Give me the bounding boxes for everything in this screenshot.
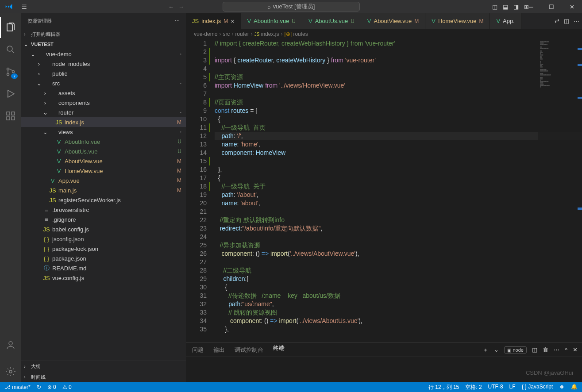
search-activity-icon[interactable]	[0, 39, 21, 60]
sidebar-more-icon[interactable]: ⋯	[175, 18, 180, 24]
tree-item[interactable]: ⌄views●	[21, 127, 186, 137]
breadcrumb-item[interactable]: [⊕] routes	[284, 31, 308, 37]
eol[interactable]: LF	[509, 384, 516, 391]
run-debug-icon[interactable]	[0, 83, 21, 104]
tree-item[interactable]: VHomeView.vueM	[21, 166, 186, 176]
problems-warnings[interactable]: ⚠ 0	[62, 384, 72, 390]
code-editor[interactable]: 1234567891011121314151617181920212223242…	[186, 39, 582, 342]
breadcrumb-item[interactable]: JS index.js	[254, 31, 279, 37]
terminal-profile[interactable]: ▣ node	[504, 346, 527, 354]
split-terminal-icon[interactable]: ◫	[532, 346, 537, 353]
new-terminal-icon[interactable]: ＋	[483, 346, 489, 354]
close-panel-icon[interactable]: ✕	[573, 346, 578, 353]
tree-item[interactable]: { }package-lock.json	[21, 244, 186, 254]
explorer-icon[interactable]	[0, 17, 21, 38]
svg-rect-4	[7, 112, 10, 115]
editor-tab[interactable]: VApp.	[490, 13, 521, 29]
editor-tab[interactable]: JSindex.jsM×	[186, 13, 241, 29]
cursor-position[interactable]: 行 12，列 15	[428, 384, 459, 391]
close-tab-icon[interactable]: ×	[231, 18, 234, 25]
timeline-section[interactable]: ›时间线	[21, 372, 186, 382]
nav-forward-icon[interactable]: →	[178, 4, 184, 10]
line-numbers: 1234567891011121314151617181920212223242…	[186, 39, 215, 342]
code-content[interactable]: // import { createRouter, createWebHashH…	[215, 39, 582, 342]
tab-more-icon[interactable]: ⋯	[574, 18, 579, 24]
tree-item[interactable]: ≡.browserslistrc	[21, 205, 186, 215]
maximize-panel-icon[interactable]: ^	[565, 346, 567, 353]
minimize-button[interactable]: ─	[521, 0, 541, 13]
tree-item[interactable]: JSmain.jsM	[21, 185, 186, 195]
panel-tab[interactable]: 终端	[273, 344, 285, 355]
settings-icon[interactable]	[0, 361, 21, 382]
layout-panel-icon[interactable]: ⬓	[503, 4, 508, 10]
tree-item[interactable]: JSbabel.config.js	[21, 224, 186, 234]
source-control-icon[interactable]: 7	[0, 61, 21, 82]
tree-item[interactable]: { }package.json	[21, 254, 186, 263]
activity-bar: 7	[0, 13, 21, 382]
tree-item[interactable]: JSvue.config.js	[21, 273, 186, 283]
search-text: vueTest [管理员]	[273, 3, 315, 11]
tree-item[interactable]: { }jsconfig.json	[21, 234, 186, 244]
breadcrumb-item[interactable]: src	[223, 31, 230, 37]
layout-sidebar-right-icon[interactable]: ◨	[513, 4, 519, 10]
split-editor-icon[interactable]: ◫	[564, 18, 569, 24]
tree-item[interactable]: ›components	[21, 98, 186, 108]
sidebar-title: 资源管理器	[27, 18, 52, 24]
panel-tab[interactable]: 调试控制台	[235, 346, 263, 354]
indentation[interactable]: 空格: 2	[465, 384, 482, 391]
breadcrumb-item[interactable]: router	[235, 31, 249, 37]
tree-item[interactable]: ⌄src●	[21, 78, 186, 88]
tree-item[interactable]: JSindex.jsM	[21, 117, 186, 127]
open-editors-section[interactable]: ›打开的编辑器	[21, 29, 186, 39]
file-tree: ⌄vue-demo●›node_modules›public⌄src●›asse…	[21, 49, 186, 361]
panel-more-icon[interactable]: ⋯	[554, 346, 559, 353]
tree-item[interactable]: ›assets	[21, 88, 186, 98]
tree-item[interactable]: VAboutInfo.vueU	[21, 137, 186, 146]
close-button[interactable]: ✕	[562, 0, 582, 13]
layout-sidebar-left-icon[interactable]: ◫	[492, 4, 497, 10]
svg-rect-7	[12, 112, 15, 115]
svg-point-1	[7, 68, 9, 70]
tree-item[interactable]: ›public	[21, 69, 186, 78]
project-section[interactable]: ⌄VUETEST	[21, 39, 186, 49]
compare-icon[interactable]: ⇄	[555, 18, 559, 24]
svg-point-8	[9, 342, 12, 345]
panel-tab[interactable]: 输出	[213, 346, 225, 354]
tree-item[interactable]: ⓘREADME.md	[21, 263, 186, 273]
minimap[interactable]: ████████████████████████████████████████…	[538, 39, 582, 342]
git-branch[interactable]: ⎇ master*	[4, 384, 31, 390]
feedback-icon[interactable]: ☻	[559, 384, 565, 391]
notifications-icon[interactable]: 🔔	[571, 384, 578, 391]
sync-icon[interactable]: ↻	[37, 384, 41, 390]
menu-icon[interactable]: ☰	[18, 4, 31, 10]
scm-badge: 7	[11, 73, 18, 79]
tree-item[interactable]: VAboutUs.vueU	[21, 146, 186, 156]
command-center[interactable]: ⌕ vueTest [管理员]	[223, 2, 360, 12]
tree-item[interactable]: ≡.gitignore	[21, 215, 186, 224]
encoding[interactable]: UTF-8	[488, 384, 503, 391]
nav-back-icon[interactable]: ←	[168, 4, 174, 10]
terminal-dropdown-icon[interactable]: ⌄	[494, 346, 499, 353]
language-mode[interactable]: { } JavaScript	[522, 384, 553, 391]
breadcrumb[interactable]: vue-demo›src›router›JS index.js›[⊕] rout…	[186, 29, 582, 39]
tree-item[interactable]: JSregisterServiceWorker.js	[21, 195, 186, 205]
editor-tab[interactable]: VAboutUs.vueU	[302, 13, 361, 29]
editor-tab[interactable]: VAboutInfo.vueU	[241, 13, 302, 29]
outline-section[interactable]: ›大纲	[21, 361, 186, 372]
tree-item[interactable]: ⌄vue-demo●	[21, 49, 186, 59]
problems-errors[interactable]: ⊗ 0	[47, 384, 56, 390]
accounts-icon[interactable]	[0, 334, 21, 356]
extensions-icon[interactable]	[0, 105, 21, 127]
tree-item[interactable]: VApp.vueM	[21, 176, 186, 185]
panel-tab[interactable]: 问题	[192, 346, 204, 354]
editor-tab[interactable]: VAboutView.vueM	[361, 13, 425, 29]
statusbar: ⎇ master* ↻ ⊗ 0 ⚠ 0 行 12，列 15 空格: 2 UTF-…	[0, 382, 582, 392]
editor-tab[interactable]: VHomeView.vueM	[425, 13, 490, 29]
explorer-sidebar: 资源管理器 ⋯ ›打开的编辑器 ⌄VUETEST ⌄vue-demo●›node…	[21, 13, 186, 382]
maximize-button[interactable]: ☐	[541, 0, 562, 13]
tree-item[interactable]: ⌄router●	[21, 108, 186, 117]
tree-item[interactable]: VAboutView.vueM	[21, 156, 186, 166]
breadcrumb-item[interactable]: vue-demo	[194, 31, 217, 37]
tree-item[interactable]: ›node_modules	[21, 59, 186, 69]
kill-terminal-icon[interactable]: 🗑	[543, 346, 548, 353]
